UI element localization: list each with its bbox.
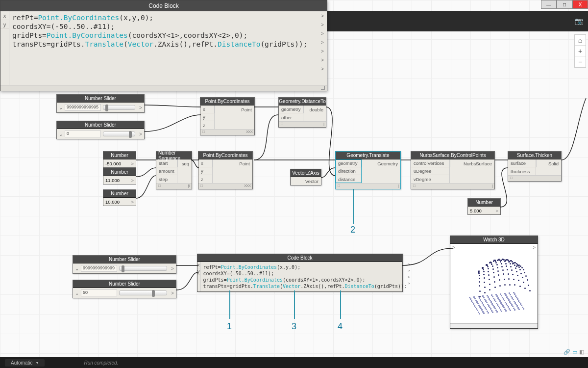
port-x[interactable]: x [198, 159, 213, 167]
output-chevron[interactable]: > [169, 290, 176, 296]
chevron-down-icon[interactable]: ⌄ [73, 290, 81, 296]
port-other[interactable]: other [279, 113, 303, 121]
number-value[interactable]: 10.000 [105, 199, 120, 205]
number-node-3[interactable]: Number 10.000> [103, 189, 136, 206]
slider-title: Number Slider [73, 280, 176, 288]
port-vector[interactable]: Vector [291, 177, 321, 185]
maximize-button[interactable]: □ [557, 0, 572, 9]
icon-linked[interactable]: 🔗 [564, 349, 570, 355]
code-text[interactable]: refPt=Point.ByCoordinates(x,y,0);coordsX… [9, 11, 318, 85]
number-value[interactable]: -50.000 [105, 161, 121, 166]
zoom-home[interactable]: ⌂ [575, 35, 586, 46]
port-geometry[interactable]: geometry [279, 105, 303, 113]
port-surface[interactable]: surface [508, 159, 536, 167]
slider-track[interactable] [119, 266, 167, 271]
slider-track[interactable] [103, 105, 135, 110]
port-geometry-out[interactable]: Geometry [362, 159, 400, 167]
code-output-chevrons: >>>>>>> [318, 11, 327, 85]
slider-value[interactable]: 50 [81, 289, 117, 296]
chevron-down-icon[interactable]: ⌄ [57, 131, 65, 137]
port-z[interactable]: z [198, 175, 213, 183]
zoom-controls: ⌂ + − [574, 34, 586, 68]
mini-anno-4: 4 [338, 321, 343, 332]
port-udegree[interactable]: uDegree [411, 167, 450, 175]
view-mode-icons[interactable]: 🔗 ▭ ◧ [564, 349, 584, 355]
port-thickness[interactable]: thickness [508, 167, 536, 175]
node-distance-to[interactable]: Geometry.DistanceTo geometry other doubl… [278, 97, 326, 128]
slider-3[interactable]: Number Slider ⌄ 9999999999999 > [73, 255, 176, 274]
zoom-out[interactable]: − [575, 56, 586, 67]
port-solid[interactable]: Solid [536, 159, 561, 167]
number-node-2[interactable]: Number 11.000> [103, 168, 136, 184]
code-text[interactable]: refPt=Point.ByCoordinates(x,y,0);coordsX… [200, 262, 408, 291]
output-chevron[interactable]: > [137, 131, 144, 137]
slider-value[interactable]: 9999999999999 [81, 265, 117, 272]
port-seq[interactable]: seq [177, 159, 192, 167]
slider-value[interactable]: 9999999999995 [65, 104, 101, 111]
code-input-x[interactable]: x [197, 262, 200, 268]
slider-track[interactable] [103, 131, 135, 136]
anno-2: 2 [350, 225, 355, 235]
node-number-sequence[interactable]: Number Sequence start amount step seq □|… [156, 151, 192, 189]
port-ctrlverts[interactable]: controlVertices [411, 159, 450, 167]
slider-track[interactable] [119, 290, 167, 295]
run-mode-dropdown[interactable]: Automatic▼ [5, 359, 45, 367]
port-point[interactable]: Point [215, 105, 254, 113]
port-x[interactable]: x [200, 105, 215, 113]
status-message: Run completed. [84, 360, 118, 366]
slider-value[interactable]: 0 [65, 131, 101, 137]
slider-title: Number Slider [73, 256, 176, 263]
node-point-bycoord-2[interactable]: Point.ByCoordinates x y z Point □XXX [198, 151, 253, 189]
port-distance[interactable]: distance [336, 175, 362, 183]
code-output-chevrons: >>>> [408, 262, 410, 291]
node-title: Number [103, 152, 136, 159]
close-button[interactable]: X [572, 0, 588, 9]
chevron-down-icon[interactable]: ⌄ [57, 105, 65, 110]
number-node-4[interactable]: Number 5.000> [467, 198, 501, 215]
slider-2[interactable]: Number Slider ⌄ 0 > [56, 121, 145, 139]
node-title: Watch 3D [450, 236, 538, 244]
code-input-y[interactable]: y [0, 20, 9, 29]
code-block-large[interactable]: Code Block x y refPt=Point.ByCoordinates… [0, 0, 327, 91]
camera-icon[interactable]: 📷 [575, 17, 583, 25]
minimize-button[interactable]: — [541, 0, 557, 9]
port-z[interactable]: z [200, 121, 215, 129]
slider-1[interactable]: Number Slider ⌄ 9999999999995 > [56, 94, 145, 113]
node-title: Surface.Thicken [508, 152, 561, 159]
node-geometry-translate[interactable]: Geometry.Translate geometry direction di… [335, 151, 401, 189]
port-amount[interactable]: amount [156, 167, 177, 175]
node-vector-zaxis[interactable]: Vector.ZAxis Vector [290, 169, 321, 185]
code-footer [0, 85, 327, 91]
output-chevron[interactable]: > [137, 105, 144, 110]
output-chevron[interactable]: > [169, 266, 176, 271]
number-value[interactable]: 11.000 [105, 178, 120, 183]
watch3d-node[interactable]: Watch 3D > > [450, 236, 538, 329]
window-controls: — □ X [541, 0, 588, 9]
port-double[interactable]: double [303, 105, 326, 113]
node-nurbs-surface[interactable]: NurbsSurface.ByControlPoints controlVert… [411, 151, 495, 189]
port-y[interactable]: y [198, 167, 213, 175]
port-step[interactable]: step [156, 175, 177, 183]
port-y[interactable]: y [200, 113, 215, 121]
code-input-x[interactable]: x [0, 11, 9, 20]
zoom-in[interactable]: + [575, 46, 586, 56]
icon-3d[interactable]: ◧ [579, 349, 584, 355]
code-input-y[interactable]: y [197, 268, 200, 275]
number-value[interactable]: 5.000 [470, 208, 482, 213]
node-point-bycoord-1[interactable]: Point.ByCoordinates x y z Point □XXX [200, 97, 255, 135]
slider-4[interactable]: Number Slider ⌄ 50 > [73, 280, 176, 298]
port-point[interactable]: Point [213, 159, 252, 167]
port-direction[interactable]: direction [336, 167, 362, 175]
code-block-small[interactable]: Code Block x y refPt=Point.ByCoordinates… [197, 254, 403, 292]
code-block-input-ports: x y [0, 11, 9, 85]
port-nurbs-out[interactable]: NurbsSurface [450, 159, 494, 167]
port-vdegree[interactable]: vDegree [411, 175, 450, 183]
port-geometry[interactable]: geometry [336, 159, 362, 167]
icon-graph[interactable]: ▭ [572, 349, 577, 355]
number-node-1[interactable]: Number -50.000> [103, 151, 136, 168]
chevron-down-icon[interactable]: ⌄ [73, 266, 81, 271]
node-title: Number Sequence [156, 152, 192, 159]
node-surface-thicken[interactable]: Surface.Thicken surface thickness Solid … [508, 151, 562, 182]
node-title: Geometry.Translate [336, 152, 400, 159]
port-start[interactable]: start [156, 159, 177, 167]
